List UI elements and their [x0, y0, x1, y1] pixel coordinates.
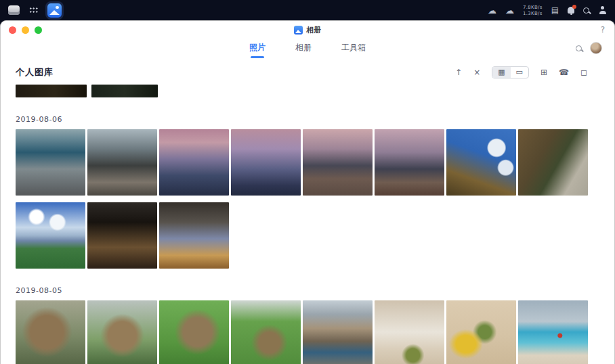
photo-thumbnail[interactable] [159, 129, 229, 196]
photo-thumbnail[interactable] [303, 129, 373, 196]
photo-thumbnail[interactable] [159, 202, 229, 269]
panorama-thumbnail[interactable] [91, 85, 158, 97]
view-mode-switch: ▦ ▭ [492, 66, 529, 78]
notes-panel-icon[interactable]: ▤ [551, 5, 559, 15]
photo-grid [16, 129, 589, 269]
photo-library-content: 个人图库 ↑ × ▦ ▭ ⊞ ☎ ◻ 2019-08-062019-08-05 [1, 58, 614, 364]
scissors-icon[interactable]: × [473, 68, 480, 77]
window-title-text: 相册 [306, 25, 321, 35]
photo-thumbnail[interactable] [231, 300, 301, 364]
photo-thumbnail[interactable] [87, 129, 157, 196]
photo-thumbnail[interactable] [446, 300, 516, 364]
photo-thumbnail[interactable] [303, 300, 373, 364]
main-tabbar: 照片 相册 工具箱 [1, 39, 614, 58]
photo-thumbnail[interactable] [16, 300, 85, 364]
photo-thumbnail[interactable] [16, 129, 85, 196]
taskbar-search-icon[interactable] [583, 7, 589, 14]
folder-view-icon[interactable]: ▭ [511, 67, 528, 78]
user-account-icon[interactable] [598, 6, 607, 14]
photo-groups: 2019-08-062019-08-05 [16, 115, 587, 364]
photo-group: 2019-08-06 [16, 115, 587, 269]
notification-bell-icon[interactable] [568, 7, 574, 14]
cloud-upload-icon[interactable]: ☁ [505, 6, 514, 15]
cloud-download-icon[interactable]: ☁ [488, 6, 496, 15]
close-window-button[interactable] [9, 26, 16, 34]
photo-thumbnail[interactable] [375, 129, 444, 196]
photo-grid [16, 300, 589, 364]
photo-thumbnail[interactable] [518, 129, 588, 196]
section-title-personal-library: 个人图库 [16, 66, 54, 78]
photo-thumbnail[interactable] [446, 129, 516, 196]
tab-photos[interactable]: 照片 [249, 42, 266, 55]
tab-toolbox[interactable]: 工具箱 [341, 42, 366, 55]
net-speed-up: 7.8KB/s [523, 5, 543, 10]
photos-app-window: 相册 ? 照片 相册 工具箱 个人图库 ↑ × ▦ ▭ ⊞ ☎ [0, 20, 615, 364]
photo-thumbnail[interactable] [87, 300, 157, 364]
dock-app-icon[interactable] [8, 5, 20, 15]
panorama-row [16, 85, 587, 97]
net-speed-down: 1.3KB/s [523, 11, 543, 16]
upload-icon[interactable]: ↑ [455, 68, 462, 77]
network-speed-indicator: 7.8KB/s 1.3KB/s [523, 5, 543, 16]
photos-app-icon[interactable] [47, 3, 62, 18]
photo-thumbnail[interactable] [87, 202, 157, 269]
crop-icon[interactable]: ⊞ [540, 68, 547, 77]
grid-view-icon[interactable]: ▦ [492, 67, 510, 78]
phone-icon[interactable]: ☎ [559, 68, 569, 77]
date-header: 2019-08-05 [16, 286, 587, 295]
photo-thumbnail[interactable] [231, 129, 301, 196]
select-icon[interactable]: ◻ [580, 68, 587, 77]
window-titlebar: 相册 ? [1, 21, 614, 39]
help-button[interactable]: ? [601, 25, 605, 35]
photo-thumbnail[interactable] [518, 300, 588, 364]
traffic-lights [9, 26, 42, 34]
photo-group: 2019-08-05 [16, 286, 587, 364]
launcher-grid-icon[interactable] [29, 7, 38, 14]
photo-thumbnail[interactable] [159, 300, 229, 364]
window-title: 相册 [294, 25, 321, 35]
date-header: 2019-08-06 [16, 115, 587, 124]
minimize-window-button[interactable] [22, 26, 29, 34]
search-icon[interactable] [576, 45, 582, 51]
avatar[interactable] [590, 42, 602, 54]
photo-thumbnail[interactable] [375, 300, 444, 364]
panorama-thumbnail[interactable] [16, 85, 87, 97]
zoom-window-button[interactable] [35, 26, 42, 34]
window-title-app-icon [294, 26, 303, 35]
library-toolbar: ↑ × ▦ ▭ ⊞ ☎ ◻ [455, 66, 587, 78]
tab-albums[interactable]: 相册 [295, 42, 312, 55]
photo-thumbnail[interactable] [16, 202, 85, 269]
system-taskbar: ☁ ☁ 7.8KB/s 1.3KB/s ▤ [0, 0, 615, 20]
notification-badge [572, 5, 576, 9]
